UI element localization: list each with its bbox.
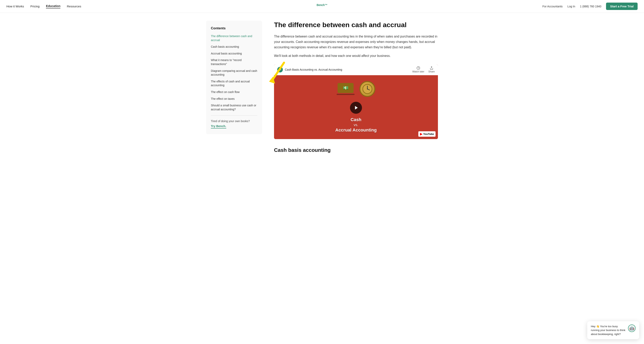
video-illustrations: 💵 (336, 81, 375, 97)
youtube-icon: ▶ (420, 132, 422, 136)
sidebar-item-7[interactable]: The effect on taxes (211, 97, 257, 101)
sidebar-item-1[interactable]: Cash basis accounting (211, 45, 257, 49)
sidebar-item-3[interactable]: What it means to "record transactions" (211, 58, 257, 66)
video-text-cash: Cash (336, 117, 377, 123)
share-label: Share (428, 70, 435, 73)
sidebar-item-6[interactable]: The effect on cash flow (211, 90, 257, 94)
svg-marker-10 (355, 106, 358, 110)
video-text-accrual: Accrual Accounting (336, 127, 377, 133)
video-embed[interactable]: Cash Basis Accounting vs. Accrual Accoun… (274, 64, 438, 139)
clock-icon (416, 66, 420, 70)
sidebar-cta-text: Tired of doing your own books? (211, 120, 257, 123)
video-header-right: Watch later Share (412, 66, 435, 73)
watch-later-button[interactable]: Watch later (412, 66, 424, 73)
sidebar-item-4[interactable]: Diagram comparing accrual and cash accou… (211, 69, 257, 77)
article-body-2: We'll look at both methods in detail, an… (274, 53, 438, 58)
play-icon (354, 105, 359, 110)
nav-how-it-works[interactable]: How it Works (6, 4, 24, 8)
sidebar: Contents The difference between cash and… (206, 21, 262, 153)
svg-rect-3 (280, 68, 281, 70)
clock-illustration (360, 81, 375, 97)
share-button[interactable]: Share (428, 66, 435, 73)
logo-badge: ™ (324, 3, 328, 6)
article-body-1: The difference between cash and accrual … (274, 34, 438, 50)
nav-right: For Accountants Log In 1 (888) 760 1940 … (542, 2, 638, 10)
section-cash-basis-title: Cash basis accounting (274, 147, 438, 153)
nav-left: How it Works Pricing Education Resources (6, 4, 81, 8)
main-content: The difference between cash and accrual … (274, 21, 438, 153)
phone-number: 1 (888) 760 1940 (580, 5, 602, 8)
video-overlay-text: Cash vs. Accrual Accounting (336, 117, 377, 133)
video-header-left: Cash Basis Accounting vs. Accrual Accoun… (277, 67, 342, 72)
logo-text: Bench (316, 3, 324, 6)
start-trial-button[interactable]: Start a Free Trial (606, 2, 638, 10)
youtube-label: YouTube (423, 133, 434, 136)
clock-face (362, 84, 372, 94)
nav-education[interactable]: Education (46, 4, 60, 8)
sidebar-item-0[interactable]: The difference between cash and accrual (211, 34, 257, 42)
watch-later-label: Watch later (412, 70, 424, 73)
bench-video-icon (277, 67, 283, 72)
video-header: Cash Basis Accounting vs. Accrual Accoun… (274, 64, 438, 75)
bench-logo-icon (279, 68, 282, 71)
nav-pricing[interactable]: Pricing (30, 4, 40, 8)
share-icon (430, 66, 433, 70)
video-body[interactable]: 💵 (274, 75, 438, 139)
article-title: The difference between cash and accrual (274, 21, 438, 29)
navigation: How it Works Pricing Education Resources… (0, 0, 644, 13)
page-wrapper: Contents The difference between cash and… (202, 13, 442, 161)
nav-resources[interactable]: Resources (67, 4, 81, 8)
sidebar-item-2[interactable]: Accrual basis accounting (211, 52, 257, 56)
sidebar-divider (211, 115, 257, 116)
sidebar-item-5[interactable]: The effects of cash and accrual accounti… (211, 80, 257, 87)
sidebar-box: Contents The difference between cash and… (206, 21, 262, 134)
cash-shadow (336, 94, 354, 95)
sidebar-cta-link[interactable]: Try Bench. (211, 124, 226, 129)
for-accountants-link[interactable]: For Accountants (542, 5, 563, 8)
login-link[interactable]: Log In (568, 5, 575, 8)
play-button[interactable] (350, 102, 362, 114)
youtube-logo: ▶ YouTube (418, 131, 436, 137)
article-section: The difference between cash and accrual … (274, 21, 438, 59)
video-title: Cash Basis Accounting vs. Accrual Accoun… (285, 68, 342, 71)
cash-illustration: 💵 (336, 83, 354, 95)
sidebar-title: Contents (211, 26, 257, 30)
site-logo[interactable]: Bench™ (316, 3, 328, 9)
cash-icon: 💵 (338, 83, 354, 93)
sidebar-item-8[interactable]: Should a small business use cash or accr… (211, 104, 257, 111)
video-text-vs: vs. (336, 123, 377, 127)
svg-point-9 (367, 89, 368, 89)
